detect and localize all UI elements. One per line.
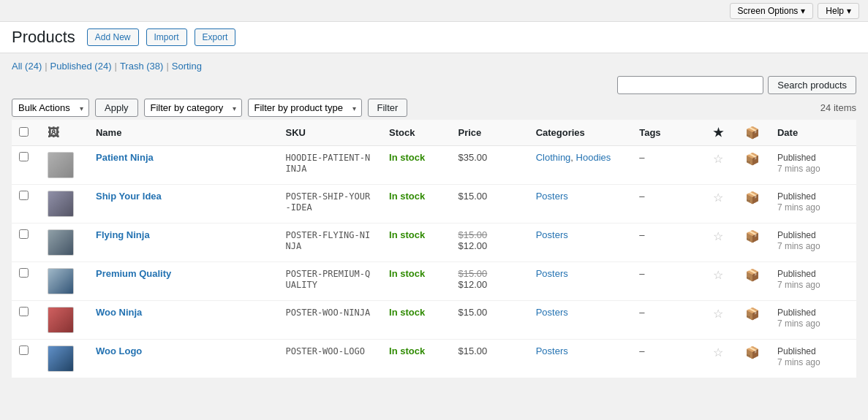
sku-value: POSTER-WOO-NINJA — [286, 308, 371, 318]
row-checkbox[interactable] — [19, 152, 29, 161]
category-link[interactable]: Posters — [536, 191, 568, 202]
category-link[interactable]: Posters — [536, 307, 568, 318]
featured-star-icon[interactable]: ☆ — [713, 191, 723, 204]
row-checkbox[interactable] — [19, 191, 29, 200]
import-button[interactable]: Import — [146, 28, 187, 46]
product-type-icon: 📦 — [745, 153, 760, 165]
screen-options-label: Screen Options — [738, 6, 799, 16]
featured-star-icon[interactable]: ☆ — [713, 269, 723, 281]
product-name-cell: Premium Quality — [88, 262, 279, 301]
add-new-button[interactable]: Add New — [87, 28, 139, 46]
nav-published[interactable]: Published (24) — [50, 61, 112, 72]
product-thumbnail — [48, 345, 74, 372]
featured-star-icon[interactable]: ☆ — [713, 230, 723, 243]
date-col-header: Date — [770, 120, 856, 146]
featured-star-icon[interactable]: ☆ — [713, 153, 723, 165]
product-name-link[interactable]: Flying Ninja — [96, 229, 150, 240]
tags-value: – — [639, 307, 644, 318]
product-thumbnail — [48, 307, 74, 333]
row-checkbox[interactable] — [19, 268, 29, 278]
tags-cell: – — [632, 340, 701, 378]
bulk-actions-select[interactable]: Bulk Actions — [12, 99, 89, 117]
product-name-link[interactable]: Woo Ninja — [96, 307, 142, 318]
select-all-checkbox[interactable] — [19, 127, 29, 137]
search-products-button[interactable]: Search products — [768, 76, 856, 94]
nav-trash[interactable]: Trash (38) — [120, 61, 164, 72]
product-image-cell — [40, 262, 88, 301]
publish-status: Published — [777, 191, 816, 202]
filter-category-select[interactable]: Filter by category — [144, 99, 242, 117]
row-checkbox[interactable] — [19, 229, 29, 239]
product-image-cell — [40, 146, 88, 185]
type-cell: 📦 — [736, 340, 770, 378]
nav-sorting[interactable]: Sorting — [172, 61, 202, 72]
categories-cell: Posters — [529, 340, 633, 378]
sku-value: POSTER-SHIP-YOUR-IDEA — [286, 191, 371, 213]
tags-value: – — [639, 152, 644, 163]
product-name-link[interactable]: Ship Your Idea — [96, 191, 162, 202]
product-name-link[interactable]: Premium Quality — [96, 268, 171, 279]
category-link[interactable]: Posters — [536, 345, 568, 356]
category-link[interactable]: Clothing — [536, 152, 571, 163]
date-ago: 7 mins ago — [777, 202, 820, 213]
price-col-header: Price — [450, 120, 528, 146]
table-row: Woo Logo POSTER-WOO-LOGO In stock $15.00… — [12, 340, 856, 378]
tags-cell: – — [632, 146, 701, 185]
stock-status: In stock — [389, 345, 425, 356]
filter-product-type-select[interactable]: Filter by product type — [248, 99, 362, 117]
tags-value: – — [639, 345, 644, 356]
row-checkbox[interactable] — [19, 307, 29, 316]
sku-cell: HOODIE-PATIENT-NINJA — [279, 146, 382, 185]
date-cell: Published 7 mins ago — [770, 224, 856, 262]
product-thumbnail — [48, 268, 74, 294]
category-link[interactable]: Posters — [536, 229, 568, 240]
row-checkbox[interactable] — [19, 345, 29, 355]
publish-status: Published — [777, 230, 816, 240]
row-checkbox-cell — [12, 185, 40, 224]
categories-cell: Posters — [529, 301, 633, 340]
search-input[interactable] — [617, 76, 763, 94]
date-cell: Published 7 mins ago — [770, 262, 856, 301]
date-ago: 7 mins ago — [777, 241, 820, 251]
stock-cell: In stock — [382, 301, 450, 340]
date-cell: Published 7 mins ago — [770, 301, 856, 340]
product-thumbnail — [48, 152, 74, 178]
image-col-header: 🖼 — [40, 120, 88, 146]
table-row: Patient Ninja HOODIE-PATIENT-NINJA In st… — [12, 146, 856, 185]
price-cell: $15.00 — [450, 185, 528, 224]
categories-cell: Posters — [529, 262, 633, 301]
product-name-link[interactable]: Patient Ninja — [96, 152, 154, 163]
categories-cell: Clothing, Hoodies — [529, 146, 633, 185]
bulk-actions-wrapper: Bulk Actions ▾ — [12, 99, 89, 117]
category-link[interactable]: Hoodies — [576, 152, 611, 163]
filter-button[interactable]: Filter — [368, 99, 408, 117]
row-checkbox-cell — [12, 301, 40, 340]
stock-cell: In stock — [382, 185, 450, 224]
table-row: Flying Ninja POSTER-FLYING-NINJA In stoc… — [12, 224, 856, 262]
stock-status: In stock — [389, 229, 425, 240]
tags-col-header: Tags — [632, 120, 701, 146]
featured-star-icon[interactable]: ☆ — [713, 308, 723, 320]
star-header-icon: ★ — [713, 126, 723, 139]
screen-options-button[interactable]: Screen Options ▾ — [730, 3, 814, 19]
help-button[interactable]: Help ▾ — [818, 3, 859, 19]
category-link[interactable]: Posters — [536, 268, 568, 279]
stock-status: In stock — [389, 268, 425, 279]
product-name-cell: Patient Ninja — [88, 146, 279, 185]
featured-cell: ☆ — [701, 185, 736, 224]
nav-all[interactable]: All (24) — [12, 61, 42, 72]
export-button[interactable]: Export — [195, 28, 236, 46]
featured-star-icon[interactable]: ☆ — [713, 346, 723, 359]
product-type-icon: 📦 — [745, 308, 760, 320]
stock-status: In stock — [389, 307, 425, 318]
product-name-link[interactable]: Woo Logo — [96, 345, 142, 356]
date-sort-link[interactable]: Date — [777, 127, 798, 138]
help-label: Help — [826, 6, 844, 16]
sku-cell: POSTER-SHIP-YOUR-IDEA — [279, 185, 382, 224]
product-name-cell: Flying Ninja — [88, 224, 279, 262]
categories-cell: Posters — [529, 224, 633, 262]
date-cell: Published 7 mins ago — [770, 340, 856, 378]
type-cell: 📦 — [736, 146, 770, 185]
name-sort-link[interactable]: Name — [96, 127, 121, 138]
apply-button[interactable]: Apply — [95, 99, 138, 117]
